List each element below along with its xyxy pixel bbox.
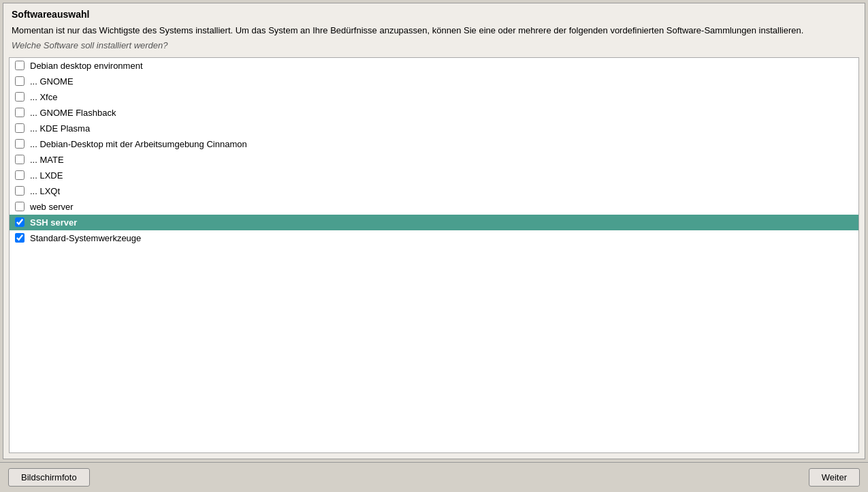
- label-gnome: ... GNOME: [30, 76, 74, 87]
- label-cinnamon: ... Debian-Desktop mit der Arbeitsumgebu…: [30, 139, 247, 149]
- label-gnome-flashback: ... GNOME Flashback: [30, 108, 116, 118]
- checkbox-lxde[interactable]: [15, 170, 25, 180]
- list-item[interactable]: ... Xfce: [10, 89, 858, 105]
- page-title: Softwareauswahl: [12, 9, 856, 20]
- software-list[interactable]: Debian desktop environment... GNOME... X…: [9, 57, 859, 454]
- label-debian-desktop: Debian desktop environment: [30, 61, 143, 71]
- label-web-server: web server: [30, 202, 74, 212]
- list-item[interactable]: Standard-Systemwerkzeuge: [10, 230, 858, 246]
- description-text: Momentan ist nur das Wichtigste des Syst…: [12, 24, 856, 37]
- label-lxde: ... LXDE: [30, 170, 63, 181]
- label-ssh-server: SSH server: [30, 217, 77, 228]
- screenshot-button[interactable]: Bildschirmfoto: [8, 468, 90, 487]
- list-item[interactable]: ... LXQt: [10, 183, 858, 199]
- checkbox-ssh-server[interactable]: [15, 217, 25, 227]
- list-item[interactable]: ... GNOME Flashback: [10, 105, 858, 121]
- list-item[interactable]: ... GNOME: [10, 74, 858, 89]
- checkbox-cinnamon[interactable]: [15, 139, 25, 149]
- list-item[interactable]: ... MATE: [10, 152, 858, 168]
- checkbox-debian-desktop[interactable]: [15, 61, 25, 70]
- footer: Bildschirmfoto Weiter: [0, 462, 868, 492]
- list-item[interactable]: SSH server: [10, 215, 858, 230]
- label-standard-tools: Standard-Systemwerkzeuge: [30, 233, 141, 243]
- header-section: Softwareauswahl Momentan ist nur das Wic…: [3, 3, 865, 55]
- label-lxqt: ... LXQt: [30, 186, 60, 196]
- label-mate: ... MATE: [30, 155, 64, 165]
- question-text: Welche Software soll installiert werden?: [12, 40, 856, 50]
- next-button[interactable]: Weiter: [809, 468, 860, 487]
- checkbox-gnome[interactable]: [15, 76, 25, 86]
- label-xfce: ... Xfce: [30, 92, 57, 102]
- checkbox-web-server[interactable]: [15, 202, 25, 211]
- list-item[interactable]: web server: [10, 199, 858, 215]
- main-window: Softwareauswahl Momentan ist nur das Wic…: [3, 3, 865, 459]
- list-item[interactable]: ... LXDE: [10, 168, 858, 183]
- checkbox-kde-plasma[interactable]: [15, 123, 25, 133]
- list-item[interactable]: Debian desktop environment: [10, 58, 858, 74]
- checkbox-xfce[interactable]: [15, 92, 25, 102]
- list-item[interactable]: ... KDE Plasma: [10, 121, 858, 136]
- checkbox-lxqt[interactable]: [15, 186, 25, 196]
- label-kde-plasma: ... KDE Plasma: [30, 123, 90, 134]
- list-item[interactable]: ... Debian-Desktop mit der Arbeitsumgebu…: [10, 136, 858, 152]
- checkbox-standard-tools[interactable]: [15, 233, 25, 243]
- checkbox-gnome-flashback[interactable]: [15, 108, 25, 117]
- checkbox-mate[interactable]: [15, 155, 25, 164]
